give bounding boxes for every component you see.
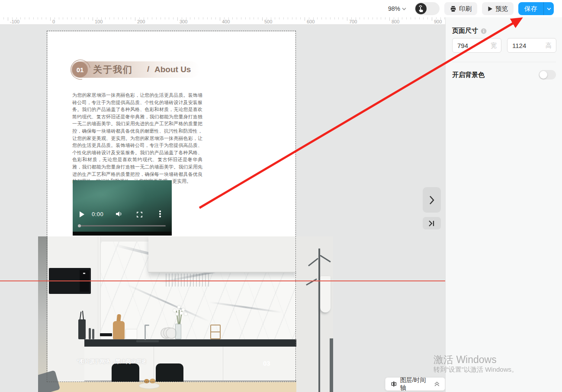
ruler-tick xyxy=(279,17,279,19)
photo-wall-edge xyxy=(38,236,48,392)
save-button[interactable]: 保存 xyxy=(518,2,543,15)
ruler-tick xyxy=(368,17,369,19)
ruler-tick xyxy=(101,17,102,19)
width-suffix-label: 宽 xyxy=(491,42,497,50)
video-more-options-icon[interactable] xyxy=(159,210,161,217)
save-options-button[interactable] xyxy=(543,2,554,15)
toolbar: 98% 印刷 预览 保存 xyxy=(0,0,562,17)
preview-button[interactable]: 预览 xyxy=(482,2,514,15)
ruler-tick xyxy=(211,17,212,19)
ruler-label: 900 xyxy=(434,19,442,24)
ruler-tick xyxy=(42,17,42,19)
ruler-tick xyxy=(20,17,21,19)
video-player[interactable]: 0:00 xyxy=(73,180,172,236)
layers-timeline-icon xyxy=(391,381,397,387)
ruler-tick xyxy=(330,17,331,19)
ruler-tick xyxy=(122,17,123,19)
info-icon[interactable] xyxy=(481,28,487,34)
ruler-tick xyxy=(38,17,38,19)
ruler-label: -100 xyxy=(10,19,19,24)
page-width-input[interactable] xyxy=(453,38,483,52)
photo-upper-cabinet xyxy=(148,236,296,273)
ruler-label: 0 xyxy=(52,19,55,24)
ruler-tick xyxy=(338,17,339,19)
ruler-tick xyxy=(71,17,72,19)
photo-dining-table xyxy=(38,382,296,392)
next-page-button[interactable] xyxy=(423,187,441,213)
section-number-badge: 01 xyxy=(72,62,88,77)
marble-vein xyxy=(209,301,283,313)
title-english: About Us xyxy=(154,65,191,74)
last-page-button[interactable] xyxy=(423,217,441,229)
ruler-tick xyxy=(182,17,182,19)
page-height-field: 高 xyxy=(507,38,556,53)
ruler-tick xyxy=(232,17,233,19)
ruler-tick xyxy=(258,17,258,19)
ruler-tick xyxy=(29,17,29,19)
ruler-tick xyxy=(436,17,437,19)
photo-flower xyxy=(180,312,183,315)
section-title-block[interactable]: 01 关于我们 / About Us xyxy=(71,61,201,78)
double-chevron-up-icon xyxy=(434,382,440,386)
ruler-tick xyxy=(262,17,263,21)
print-button[interactable]: 印刷 xyxy=(444,2,477,15)
video-progress-bar[interactable] xyxy=(79,225,166,226)
ruler-tick xyxy=(254,17,254,19)
ruler-tick xyxy=(224,17,225,19)
ruler-label: 600 xyxy=(307,19,315,24)
editor-app: 98% 印刷 预览 保存 -10001002003004005006007008… xyxy=(0,0,562,392)
ruler-tick xyxy=(3,17,4,19)
properties-sidebar: 页面尺寸 宽 高 开启背景色 xyxy=(445,17,562,392)
zoom-level-value: 98% xyxy=(388,5,400,12)
ruler-tick xyxy=(305,17,305,21)
page-height-input[interactable] xyxy=(507,38,538,52)
background-color-toggle[interactable] xyxy=(539,70,556,80)
photo-faucet xyxy=(145,325,146,340)
touch-gesture-icon xyxy=(415,3,427,14)
ruler-tick xyxy=(161,17,161,19)
photo-grinder xyxy=(89,328,91,339)
ruler-tick xyxy=(351,17,352,19)
print-button-label: 印刷 xyxy=(459,5,472,13)
canvas-workspace[interactable]: 01 关于我们 / About Us 为您的家居增添一抹亮丽色彩，让您的生活更具… xyxy=(0,25,445,392)
ruler-tick xyxy=(50,17,51,21)
ruler-tick xyxy=(313,17,314,19)
body-paragraph[interactable]: 为您的家居增添一抹亮丽色彩，让您的生活更具品质。装饰墙砖公司，专注于为您提供高品… xyxy=(72,92,202,185)
ruler-tick xyxy=(356,17,356,19)
ruler-tick xyxy=(80,17,80,19)
photo-vase xyxy=(175,324,181,339)
photo-hanging-cloth xyxy=(320,276,331,312)
page-number[interactable]: 03 xyxy=(263,360,270,367)
chevron-down-icon xyxy=(402,7,406,10)
hand-mode-toggle[interactable] xyxy=(414,2,440,15)
video-progress-handle[interactable] xyxy=(78,224,81,227)
image-source-caption[interactable]: *图片源于网络，禁止商业用途 xyxy=(77,358,147,365)
photo-microwave-display xyxy=(83,273,85,274)
photo-hanging-glasses xyxy=(166,274,209,287)
kitchen-photo[interactable]: *图片源于网络，禁止商业用途 03 xyxy=(38,236,333,392)
ruler-tick xyxy=(347,17,347,21)
ruler-tick xyxy=(334,17,335,19)
layers-timeline-button[interactable]: 图层/时间轴 xyxy=(385,377,445,391)
ruler-tick xyxy=(173,17,173,19)
ruler-tick xyxy=(402,17,402,19)
ruler-tick xyxy=(364,17,364,19)
ruler-tick xyxy=(423,17,424,19)
ruler-tick xyxy=(105,17,106,19)
video-play-button[interactable] xyxy=(80,211,84,217)
ruler-tick xyxy=(84,17,84,19)
background-toggle-label: 开启背景色 xyxy=(452,71,485,79)
ruler-tick xyxy=(33,17,34,19)
ruler-tick xyxy=(283,17,284,19)
chevron-down-icon xyxy=(547,7,551,10)
chevron-right-icon xyxy=(428,195,435,205)
ruler-tick xyxy=(207,17,208,19)
zoom-level-dropdown[interactable]: 98% xyxy=(388,5,406,12)
ruler-label: 300 xyxy=(180,19,187,24)
photo-bread xyxy=(150,379,155,383)
ruler-tick xyxy=(317,17,318,19)
fullscreen-icon[interactable] xyxy=(137,211,142,219)
ruler-tick xyxy=(25,17,25,19)
volume-icon[interactable] xyxy=(116,211,123,219)
ruler-tick xyxy=(59,17,59,19)
